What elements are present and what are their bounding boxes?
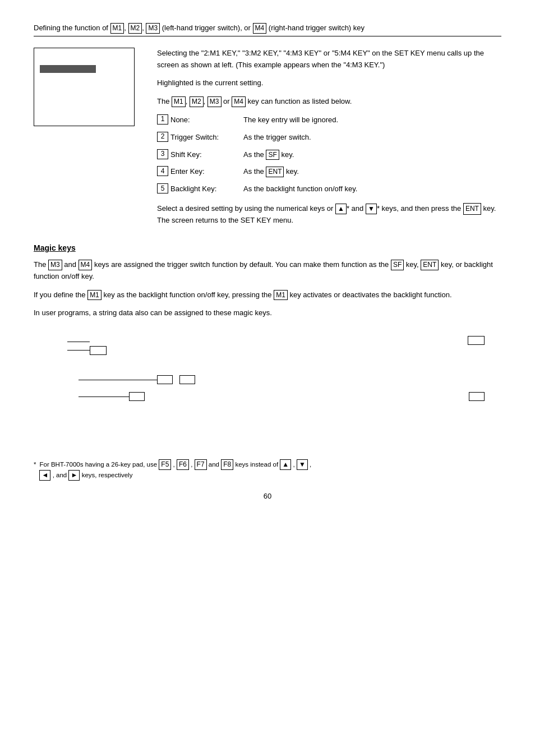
key-m4: M4	[253, 23, 267, 34]
fn-text1: For BHT-7000s having a 26-key pad, use	[39, 461, 159, 468]
diag-line-h1	[79, 380, 157, 380]
fn-text3: , and	[50, 472, 68, 478]
key-desc-1: The key entry will be ignored.	[243, 114, 501, 126]
key-sf: SF	[266, 150, 279, 160]
footnote-asterisk: *	[34, 459, 36, 469]
key-num-1: 1	[157, 114, 168, 125]
key-desc-5: As the backlight function on/off key.	[243, 183, 501, 195]
key-m3-p3: M3	[207, 96, 222, 107]
key-down-fn: ▼	[297, 459, 308, 470]
diag-box-2	[468, 336, 485, 345]
key-up-arrow: ▲	[335, 204, 347, 214]
diag-line-1	[67, 342, 90, 342]
magic-p2-mid: key as the backlight function on/off key…	[102, 291, 274, 299]
magic-p1-t2: key,	[404, 260, 421, 269]
fn-text4: keys, respectively	[80, 472, 132, 478]
key-label-3: Shift Key:	[170, 149, 243, 161]
magic-p2-start: If you define the	[34, 291, 87, 299]
key-left-fn: ◄	[39, 470, 50, 481]
key-m2: M2	[128, 23, 142, 34]
key-function-table: 1 None: The key entry will be ignored. 2…	[157, 114, 501, 195]
magic-keys-section: Magic keys The M3 and M4 keys are assign…	[34, 243, 501, 442]
key-desc-4: As the ENT key.	[243, 166, 501, 177]
key-desc-2: As the trigger switch.	[243, 132, 501, 143]
key-m4-p3: M4	[232, 96, 246, 107]
diag-line-h2	[79, 397, 129, 397]
diag-box-1	[90, 346, 107, 355]
key-row-2: 2 Trigger Switch: As the trigger switch.	[157, 132, 501, 144]
key-f7: F7	[195, 459, 207, 470]
diagram-area	[34, 330, 501, 442]
header-end: (right-hand trigger switch) key	[266, 24, 365, 32]
para3-end: key can function as listed below.	[246, 97, 352, 105]
instr-text1: Select a desired setting by using the nu…	[157, 204, 335, 213]
diag-box-4	[179, 375, 195, 384]
header-middle: (left-hand trigger switch), or	[160, 24, 252, 32]
key-label-2: Trigger Switch:	[170, 132, 243, 144]
instr-text2: * and	[347, 204, 366, 213]
diag-line-2	[67, 350, 90, 351]
key-m1-magic2: M1	[87, 290, 102, 301]
desc-para1: Selecting the "2:M1 KEY," "3:M2 KEY," "4…	[157, 48, 501, 71]
screen-highlight	[40, 65, 96, 73]
key-m2-p3: M2	[190, 96, 204, 107]
header-section: Defining the function of M1, M2, M3 (lef…	[34, 22, 501, 36]
desc-para2: Highlighted is the current setting.	[157, 77, 501, 89]
key-sf-magic: SF	[391, 260, 404, 270]
footer-note: * For BHT-7000s having a 26-key pad, use…	[34, 459, 501, 481]
page-content: Defining the function of M1, M2, M3 (lef…	[34, 22, 501, 500]
key-m1-p3: M1	[172, 96, 186, 107]
magic-para2: If you define the M1 key as the backligh…	[34, 289, 501, 301]
diag-box-6	[469, 392, 485, 401]
magic-p2-end: key activates or deactivates the backlig…	[288, 291, 452, 299]
key-right-fn: ►	[68, 470, 80, 481]
fn-text2: keys instead of	[233, 461, 280, 468]
magic-para1: The M3 and M4 keys are assigned the trig…	[34, 259, 501, 283]
key-label-1: None:	[170, 114, 243, 126]
page-number: 60	[34, 492, 501, 500]
key-f6: F6	[177, 459, 189, 470]
note-line-1: * For BHT-7000s having a 26-key pad, use…	[34, 459, 501, 481]
key-ent-instr: ENT	[463, 203, 481, 215]
main-section: Selecting the "2:M1 KEY," "3:M2 KEY," "4…	[34, 48, 501, 227]
right-column: Selecting the "2:M1 KEY," "3:M2 KEY," "4…	[157, 48, 501, 227]
key-row-1: 1 None: The key entry will be ignored.	[157, 114, 501, 126]
key-row-3: 3 Shift Key: As the SF key.	[157, 149, 501, 161]
key-m1-magic3: M1	[274, 290, 288, 301]
magic-keys-title: Magic keys	[34, 243, 501, 252]
screen-mockup	[34, 48, 135, 126]
key-label-4: Enter Key:	[170, 166, 243, 178]
key-row-4: 4 Enter Key: As the ENT key.	[157, 166, 501, 178]
diag-box-5	[129, 392, 145, 401]
footnote-text: For BHT-7000s having a 26-key pad, use F…	[39, 459, 311, 481]
key-row-5: 5 Backlight Key: As the backlight functi…	[157, 183, 501, 195]
key-ent-magic: ENT	[421, 260, 439, 270]
key-num-3: 3	[157, 149, 168, 159]
key-m4-magic: M4	[79, 260, 93, 270]
key-f8: F8	[221, 459, 233, 470]
key-f5: F5	[159, 459, 171, 470]
magic-p1-mid: keys are assigned the trigger switch fun…	[92, 260, 391, 269]
instr-text3: * keys, and then press the	[377, 204, 463, 213]
key-m3-magic: M3	[48, 260, 62, 270]
key-up-fn: ▲	[280, 459, 291, 470]
key-desc-3: As the SF key.	[243, 149, 501, 160]
desc-para3: The M1, M2, M3 or M4 key can function as…	[157, 96, 501, 108]
key-label-5: Backlight Key:	[170, 183, 243, 195]
key-down-arrow: ▼	[366, 204, 377, 214]
key-m1: M1	[110, 23, 124, 34]
header-text-start: Defining the function of	[34, 24, 110, 32]
key-num-5: 5	[157, 183, 168, 193]
key-num-4: 4	[157, 166, 168, 176]
magic-para3: In user programs, a string data also can…	[34, 307, 501, 319]
key-num-2: 2	[157, 132, 168, 142]
left-column	[34, 48, 146, 227]
key-m3: M3	[146, 23, 160, 34]
para3-start: The	[157, 97, 172, 105]
diag-box-3	[157, 375, 173, 384]
bottom-instruction: Select a desired setting by using the nu…	[157, 203, 501, 227]
key-ent-row: ENT	[266, 167, 284, 177]
